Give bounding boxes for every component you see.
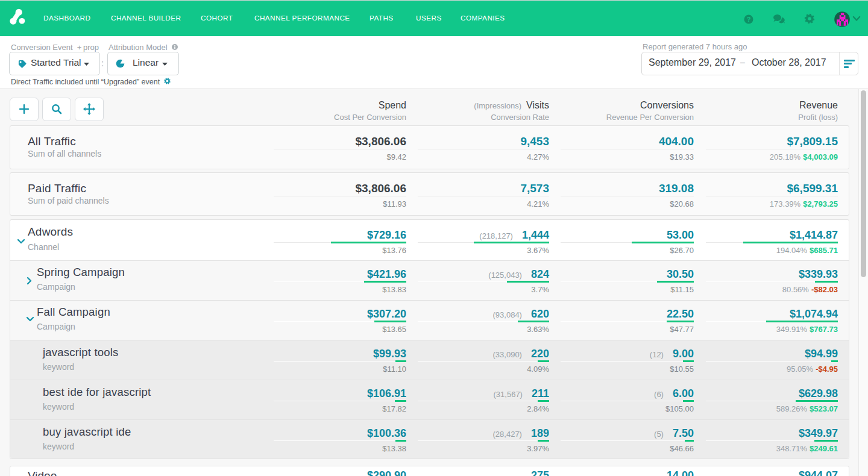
svg-text:?: ?	[747, 16, 751, 23]
